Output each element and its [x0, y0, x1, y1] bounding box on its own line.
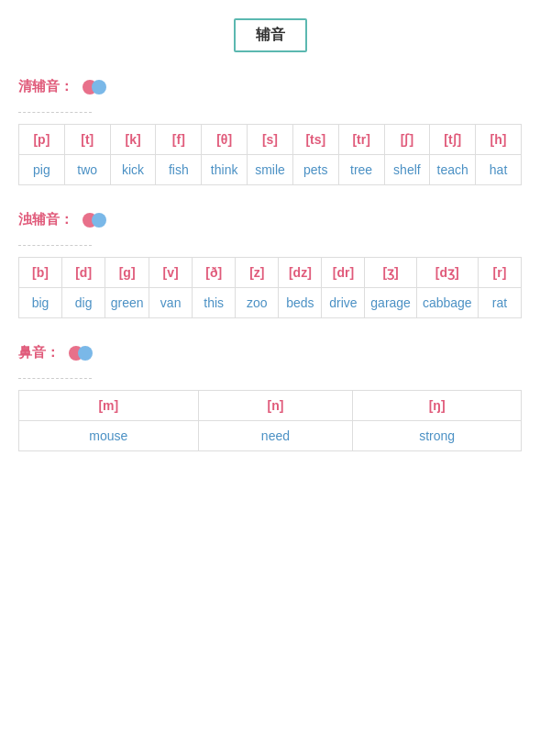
table-example-cell: garage — [365, 288, 416, 318]
table-header-row: [m][n][ŋ] — [19, 391, 522, 421]
table-example-cell: beds — [279, 288, 322, 318]
page-container: 辅音 清辅音：[p][t][k][f][θ][s][ts][tr][ʃ][tʃ]… — [0, 0, 540, 505]
dot-blue — [78, 346, 93, 361]
table-header-cell: [θ] — [202, 125, 248, 155]
table-example-cell: this — [193, 288, 236, 318]
toggle-icon-nasal[interactable] — [69, 346, 93, 361]
table-header-cell: [ts] — [292, 125, 338, 155]
table-example-cell: dig — [62, 288, 105, 318]
table-header-cell: [n] — [198, 391, 353, 421]
table-header-row: [b][d][g][v][ð][z][dz][dr][ʒ][dʒ][r] — [19, 258, 522, 288]
phonics-table-nasal: [m][n][ŋ]mouseneedstrong — [18, 390, 522, 451]
table-header-cell: [f] — [156, 125, 202, 155]
phonics-table-voiceless: [p][t][k][f][θ][s][ts][tr][ʃ][tʃ][h]pigt… — [18, 124, 522, 185]
table-header-cell: [ʒ] — [365, 258, 416, 288]
table-example-cell: big — [19, 288, 62, 318]
dot-blue — [92, 213, 106, 228]
table-header-cell: [ŋ] — [353, 391, 522, 421]
table-header-cell: [s] — [248, 125, 293, 155]
table-example-row: mouseneedstrong — [19, 421, 522, 451]
table-header-cell: [tʃ] — [430, 125, 476, 155]
table-header-cell: [v] — [149, 258, 193, 288]
table-header-cell: [p] — [19, 125, 65, 155]
table-example-cell: two — [64, 155, 110, 185]
table-example-cell: strong — [353, 421, 522, 451]
table-example-row: pigtwokickfishthinksmilepetstreeshelftea… — [19, 155, 522, 185]
table-example-cell: shelf — [384, 155, 430, 185]
page-title: 辅音 — [234, 18, 307, 52]
dotted-line-nasal — [18, 378, 92, 379]
table-header-cell: [t] — [64, 125, 110, 155]
section-header-voiceless: 清辅音： — [18, 78, 522, 95]
dotted-line-voiceless — [18, 112, 92, 113]
table-header-cell: [ʃ] — [384, 125, 430, 155]
toggle-icon-voiceless[interactable] — [83, 80, 106, 94]
table-header-cell: [dʒ] — [416, 258, 478, 288]
section-header-nasal: 鼻音： — [18, 344, 522, 361]
table-example-cell: need — [198, 421, 353, 451]
table-example-cell: cabbage — [416, 288, 478, 318]
table-example-cell: green — [105, 288, 149, 318]
sections-root: 清辅音：[p][t][k][f][θ][s][ts][tr][ʃ][tʃ][h]… — [18, 78, 522, 451]
table-example-cell: fish — [156, 155, 202, 185]
table-example-cell: kick — [110, 155, 156, 185]
table-example-cell: think — [202, 155, 248, 185]
table-example-cell: zoo — [236, 288, 279, 318]
table-header-cell: [h] — [476, 125, 522, 155]
dot-blue — [92, 80, 106, 94]
table-header-cell: [z] — [236, 258, 279, 288]
table-example-cell: pets — [292, 155, 338, 185]
table-header-cell: [ð] — [193, 258, 236, 288]
table-example-cell: rat — [478, 288, 521, 318]
table-header-cell: [dz] — [279, 258, 322, 288]
table-example-cell: van — [149, 288, 193, 318]
section-title-nasal: 鼻音： — [18, 344, 60, 361]
dotted-line-voiced — [18, 245, 92, 246]
table-header-cell: [k] — [110, 125, 156, 155]
section-header-voiced: 浊辅音： — [18, 211, 522, 228]
table-header-cell: [g] — [105, 258, 149, 288]
table-example-cell: pig — [19, 155, 65, 185]
table-header-cell: [b] — [19, 258, 62, 288]
table-header-cell: [d] — [62, 258, 105, 288]
table-example-row: bigdiggreenvanthiszoobedsdrivegaragecabb… — [19, 288, 522, 318]
table-header-cell: [tr] — [338, 125, 384, 155]
toggle-icon-voiced[interactable] — [83, 213, 106, 228]
section-title-voiceless: 清辅音： — [18, 78, 73, 95]
table-example-cell: mouse — [19, 421, 199, 451]
section-title-voiced: 浊辅音： — [18, 211, 73, 228]
table-example-cell: tree — [338, 155, 384, 185]
phonics-table-voiced: [b][d][g][v][ð][z][dz][dr][ʒ][dʒ][r]bigd… — [18, 257, 522, 318]
table-example-cell: drive — [322, 288, 365, 318]
table-header-cell: [dr] — [322, 258, 365, 288]
table-example-cell: smile — [248, 155, 293, 185]
table-example-cell: teach — [430, 155, 476, 185]
table-header-cell: [m] — [19, 391, 199, 421]
table-header-cell: [r] — [478, 258, 521, 288]
table-header-row: [p][t][k][f][θ][s][ts][tr][ʃ][tʃ][h] — [19, 125, 522, 155]
title-container: 辅音 — [18, 18, 522, 52]
table-example-cell: hat — [476, 155, 522, 185]
